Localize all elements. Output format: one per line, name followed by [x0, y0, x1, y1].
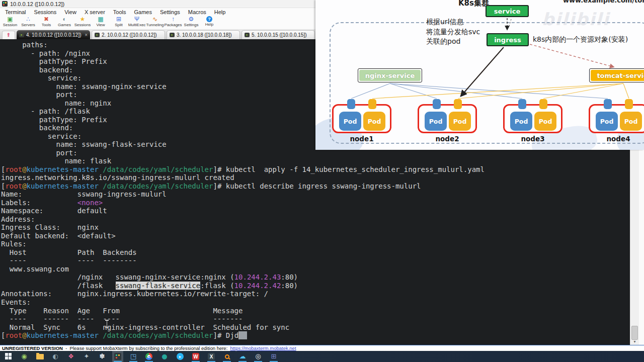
- endpoint-blue-icon: [433, 99, 441, 109]
- app-teal-icon[interactable]: ●: [159, 351, 170, 362]
- menu-sessions[interactable]: Sessions: [30, 9, 61, 15]
- settings-icon: ⚙: [189, 16, 194, 23]
- telegram-icon-glyph: ▸: [177, 353, 184, 360]
- chrome-icon[interactable]: [143, 351, 154, 362]
- toolbar-label: Tunneling: [146, 23, 164, 28]
- menu-macros[interactable]: Macros: [184, 9, 210, 15]
- snipping-tool-icon[interactable]: ◳: [128, 351, 139, 362]
- toolbar-label: Help: [205, 22, 213, 27]
- snipping-tool-icon-glyph: ◳: [130, 353, 136, 360]
- endpoint-blue-icon: [604, 99, 612, 109]
- node-label: node1: [332, 135, 391, 143]
- unregistered-banner: UNREGISTERED VERSION - Please support Mo…: [0, 345, 644, 351]
- session-tab-4[interactable]: ▸5. 10.0.0.15 ([10.0.0.15]): [242, 30, 315, 39]
- toolbar-help-button[interactable]: ?Help: [200, 16, 218, 27]
- app-flower-icon[interactable]: ✽: [97, 351, 108, 362]
- terminal-line: [root@kubernetes-master /data/codes/yaml…: [1, 165, 630, 174]
- sidebar-toggle-tab[interactable]: ⇑: [2, 31, 15, 39]
- toolbar-games-button[interactable]: ◐Games: [55, 16, 73, 28]
- session-tab-1[interactable]: ▸4. 10.0.0.12 ([10.0.0.12])×: [17, 30, 90, 39]
- terminal-line: Type Reason Age From Message: [1, 307, 630, 315]
- app-icon: [2, 1, 8, 7]
- servers-icon: ∴: [26, 16, 30, 23]
- toolbar-session-button[interactable]: ▣Session: [1, 16, 19, 28]
- nginx-service-label: nginx-service: [359, 70, 421, 81]
- cloud-app-icon[interactable]: ☁: [237, 351, 248, 362]
- tomcat-service-box: tomcat-service: [589, 68, 644, 82]
- terminal-line: Normal Sync 6s nginx-ingress-controller …: [1, 323, 630, 332]
- url-annotation: www.example.com/tomcat: [563, 0, 644, 4]
- terminal-line: Name: sswang-ingress-mulurl: [1, 190, 630, 199]
- telegram-icon[interactable]: ▸: [175, 351, 186, 362]
- menu-terminal[interactable]: Terminal: [1, 9, 30, 15]
- tools-icon: ✖: [44, 16, 49, 23]
- window-title: 10.0.0.12 ([10.0.0.12]): [10, 1, 64, 7]
- toolbar-label: Split: [115, 23, 123, 28]
- endpoint-blue-icon: [518, 99, 526, 109]
- x-app-icon-glyph: X: [208, 353, 215, 360]
- cluster-title: K8s集群: [458, 0, 489, 8]
- node-label: node2: [418, 135, 477, 143]
- endpoint-yellow-icon: [625, 99, 633, 109]
- file-explorer-icon[interactable]: [34, 351, 45, 362]
- menu-tools[interactable]: Tools: [109, 9, 130, 15]
- menu-view[interactable]: View: [60, 9, 80, 15]
- up-arrow-icon: ⇑: [7, 32, 11, 38]
- mobaxterm-icon[interactable]: [112, 351, 123, 362]
- terminal-line: ---- ---- --------: [1, 256, 630, 265]
- endpoint-yellow-icon: [368, 99, 376, 109]
- toolbar-servers-button[interactable]: ∴Servers: [19, 16, 37, 28]
- wps-icon[interactable]: W: [190, 351, 201, 362]
- app-teal-icon-glyph: ●: [162, 353, 167, 360]
- app-grid-icon[interactable]: ⊞: [268, 351, 279, 362]
- x-app-icon[interactable]: X: [206, 351, 217, 362]
- endpoint-yellow-icon: [539, 99, 547, 109]
- terminal-line: Address:: [1, 215, 630, 224]
- toolbar-label: Session: [3, 23, 17, 28]
- pod-yellow: Pod: [620, 112, 642, 131]
- session-tab-2[interactable]: ▸2. 10.0.0.12 ([10.0.0.12]): [92, 30, 165, 39]
- screen: 10.0.0.12 ([10.0.0.12]) TerminalSessions…: [0, 0, 644, 362]
- split-icon: ⊞: [116, 16, 121, 23]
- app-dark-icon[interactable]: ◐: [50, 351, 61, 362]
- unregistered-label: UNREGISTERED VERSION: [2, 345, 63, 351]
- tab-label: 3. 10.0.0.18 ([10.0.0.18]): [177, 32, 232, 38]
- mobatek-link[interactable]: https://mobaxterm.mobatek.net: [230, 345, 296, 351]
- pod-blue: Pod: [596, 112, 618, 131]
- toolbar-multiexec-button[interactable]: ΨMultiExec: [128, 16, 146, 28]
- menu-help[interactable]: Help: [210, 9, 230, 15]
- chrome-icon-glyph: [145, 353, 152, 360]
- toolbar-tunneling-button[interactable]: ∿Tunneling: [146, 16, 164, 28]
- menu-games[interactable]: Games: [130, 9, 156, 15]
- tab-label: 2. 10.0.0.12 ([10.0.0.12]): [102, 32, 157, 38]
- terminal-tab-icon: ▸: [95, 33, 100, 37]
- terminal-line: port:: [1, 149, 630, 157]
- session-tab-3[interactable]: ▸3. 10.0.0.18 ([10.0.0.18]): [167, 30, 240, 39]
- k8s-diagram-overlay: bilibili K8s集群 www.: [315, 0, 644, 150]
- photos-app-icon[interactable]: ❖: [65, 351, 76, 362]
- start-button[interactable]: [3, 351, 14, 362]
- terminal-line: ingress.networking.k8s.io/sswang-ingress…: [1, 173, 630, 182]
- nginx-service-box: nginx-service: [358, 68, 422, 82]
- toolbar-label: Servers: [21, 23, 35, 28]
- search-magnifier-icon[interactable]: [221, 351, 232, 362]
- scrollbar-down-arrow-icon[interactable]: ▾: [630, 339, 639, 345]
- tomcat-service-label: tomcat-service: [591, 70, 644, 81]
- toolbar-packages-button[interactable]: ↑Packages: [164, 16, 182, 28]
- toolbar-view-button[interactable]: ▦View: [92, 16, 110, 28]
- toolbar-label: View: [96, 23, 105, 28]
- cloud-app-icon-glyph: ☁: [239, 353, 246, 360]
- app-gray-icon[interactable]: ✦: [81, 351, 92, 362]
- pod-blue: Pod: [425, 112, 447, 131]
- toolbar-sessions-button[interactable]: ★Sessions: [73, 16, 92, 28]
- toolbar-tools-button[interactable]: ✖Tools: [37, 16, 55, 28]
- toolbar-settings-button[interactable]: ⚙Settings: [182, 16, 200, 28]
- recorder-icon[interactable]: ◎: [253, 351, 264, 362]
- scrollbar-thumb[interactable]: [631, 326, 638, 340]
- toolbar-split-button[interactable]: ⊞Split: [110, 16, 128, 28]
- menu-x-server[interactable]: X server: [80, 9, 109, 15]
- app-green-icon[interactable]: ◉: [19, 351, 30, 362]
- tab-close-icon[interactable]: ×: [85, 32, 88, 38]
- menu-settings[interactable]: Settings: [156, 9, 184, 15]
- mobaxterm-icon-glyph: [114, 353, 121, 360]
